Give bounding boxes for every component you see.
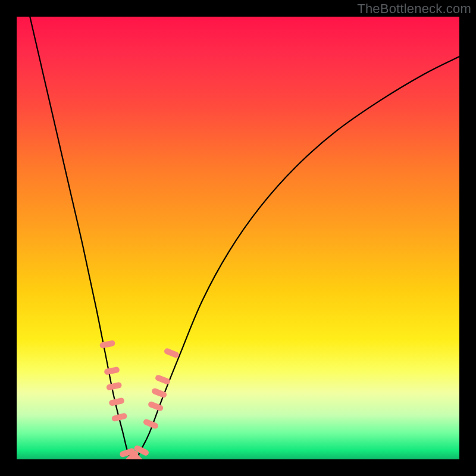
data-marker bbox=[155, 374, 171, 386]
data-marker bbox=[104, 367, 120, 375]
watermark-label: TheBottleneck.com bbox=[357, 1, 471, 17]
data-marker bbox=[106, 382, 123, 391]
plot-area bbox=[17, 17, 459, 459]
marker-group bbox=[99, 340, 180, 459]
data-marker bbox=[108, 397, 125, 406]
bottleneck-curve bbox=[30, 17, 459, 459]
chart-frame: TheBottleneck.com bbox=[0, 0, 476, 476]
data-marker bbox=[151, 387, 168, 399]
data-marker bbox=[163, 347, 180, 359]
data-marker bbox=[99, 340, 115, 349]
chart-svg bbox=[17, 17, 459, 459]
